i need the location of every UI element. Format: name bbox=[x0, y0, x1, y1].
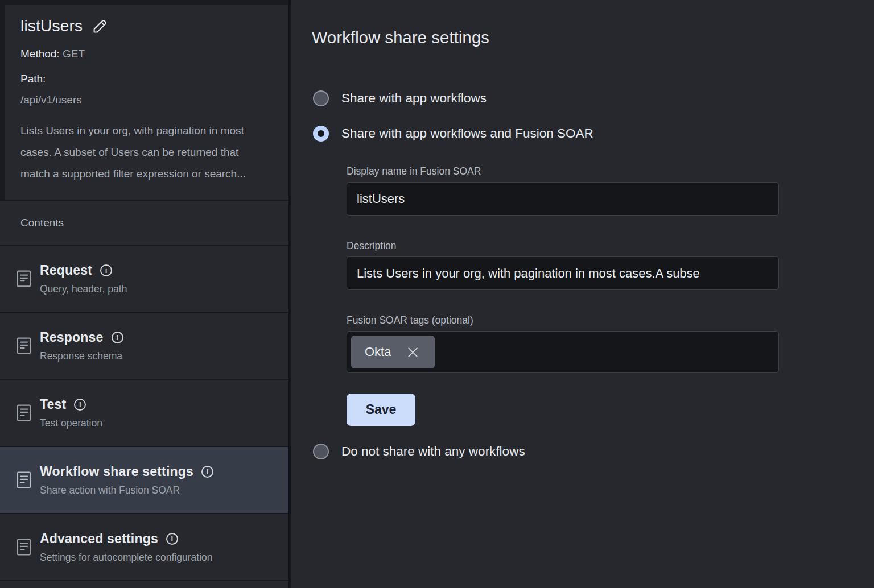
radio-button[interactable] bbox=[313, 90, 329, 106]
info-icon[interactable]: i bbox=[74, 399, 86, 411]
operation-summary-card: listUsers Method: GET Path: /api/v1/user… bbox=[0, 0, 288, 200]
tag-remove-icon[interactable] bbox=[405, 345, 420, 360]
operation-description: Lists Users in your org, with pagination… bbox=[20, 120, 265, 185]
tags-label: Fusion SOAR tags (optional) bbox=[347, 314, 779, 326]
sidebar-item-response[interactable]: Response i Response schema bbox=[0, 312, 288, 379]
radio-option-share-app-workflows[interactable]: Share with app workflows bbox=[313, 90, 874, 106]
nav-item-title: Advanced settings bbox=[40, 531, 158, 546]
path-value: /api/v1/users bbox=[20, 94, 274, 106]
fusion-soar-share-form: Display name in Fusion SOAR Description … bbox=[347, 165, 779, 426]
radio-button-selected[interactable] bbox=[313, 126, 329, 142]
document-icon bbox=[13, 469, 35, 491]
radio-label: Share with app workflows and Fusion SOAR bbox=[341, 126, 593, 142]
description-label: Description bbox=[347, 240, 779, 251]
edit-pencil-icon[interactable] bbox=[92, 18, 108, 35]
tag-chip-okta: Okta bbox=[351, 336, 435, 368]
sidebar: listUsers Method: GET Path: /api/v1/user… bbox=[0, 0, 291, 588]
method-label: Method: bbox=[20, 48, 60, 60]
save-button[interactable]: Save bbox=[347, 394, 415, 426]
document-icon bbox=[13, 268, 35, 289]
display-name-label: Display name in Fusion SOAR bbox=[347, 165, 779, 177]
document-icon bbox=[13, 536, 35, 558]
page-title: Workflow share settings bbox=[312, 27, 874, 48]
tags-input-field[interactable]: Okta bbox=[347, 331, 779, 373]
radio-option-share-app-workflows-fusion-soar[interactable]: Share with app workflows and Fusion SOAR bbox=[313, 126, 874, 142]
radio-label: Share with app workflows bbox=[341, 90, 487, 106]
sidebar-item-workflow-share-settings[interactable]: Workflow share settings i Share action w… bbox=[0, 446, 288, 513]
sidebar-item-advanced-settings[interactable]: Advanced settings i Settings for autocom… bbox=[0, 513, 288, 580]
path-label: Path: bbox=[20, 73, 274, 85]
document-icon bbox=[13, 335, 35, 357]
nav-item-title: Response bbox=[40, 330, 104, 345]
tag-chip-label: Okta bbox=[365, 345, 391, 359]
nav-item-subtitle: Query, header, path bbox=[40, 283, 127, 295]
document-icon bbox=[13, 402, 35, 424]
info-icon[interactable]: i bbox=[112, 332, 123, 343]
app-window: listUsers Method: GET Path: /api/v1/user… bbox=[0, 0, 874, 588]
contents-nav: Request i Query, header, path Response i bbox=[0, 245, 288, 588]
nav-item-title: Request bbox=[40, 263, 92, 278]
nav-filler bbox=[0, 580, 288, 588]
operation-title: listUsers bbox=[20, 17, 83, 35]
radio-label: Do not share with any workflows bbox=[341, 444, 525, 459]
display-name-input[interactable] bbox=[347, 182, 779, 216]
nav-item-subtitle: Test operation bbox=[40, 417, 102, 429]
sidebar-item-request[interactable]: Request i Query, header, path bbox=[0, 245, 288, 312]
main-panel: Workflow share settings Share with app w… bbox=[291, 0, 874, 588]
contents-label: Contents bbox=[0, 200, 288, 245]
nav-item-subtitle: Settings for autocomplete configuration bbox=[40, 552, 213, 564]
nav-item-title: Test bbox=[40, 397, 66, 412]
method-value: GET bbox=[63, 48, 85, 60]
info-icon[interactable]: i bbox=[166, 533, 178, 545]
nav-item-subtitle: Response schema bbox=[40, 350, 123, 362]
nav-item-subtitle: Share action with Fusion SOAR bbox=[40, 485, 213, 496]
sidebar-item-test[interactable]: Test i Test operation bbox=[0, 379, 288, 446]
radio-button[interactable] bbox=[313, 444, 329, 459]
info-icon[interactable]: i bbox=[100, 264, 112, 276]
radio-option-do-not-share[interactable]: Do not share with any workflows bbox=[313, 444, 874, 459]
description-input[interactable] bbox=[347, 256, 779, 290]
info-icon[interactable]: i bbox=[201, 466, 213, 478]
nav-item-title: Workflow share settings bbox=[40, 464, 193, 479]
method-line: Method: GET bbox=[20, 48, 274, 60]
